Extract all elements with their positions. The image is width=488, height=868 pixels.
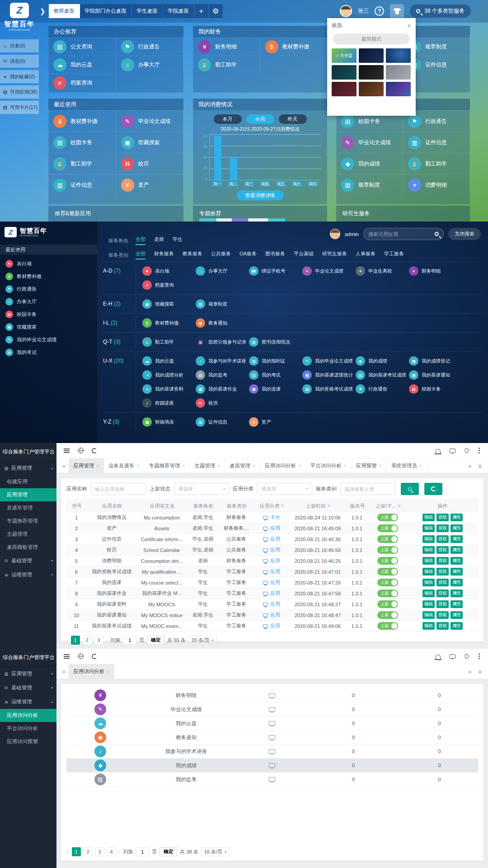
theme-thumbnail[interactable]: ✓ <box>386 82 411 96</box>
action-button[interactable]: 属性 <box>450 557 463 565</box>
app-tile[interactable]: ☎ 绑定手机号 <box>249 266 302 276</box>
theme-thumbnail[interactable]: ✓ <box>386 65 411 80</box>
sidebar-parent-item[interactable]: ◈ 运维管理 <box>0 568 56 582</box>
action-button[interactable]: 编辑 <box>422 579 435 586</box>
filter-option[interactable]: 教务服务 <box>183 250 202 259</box>
app-tile[interactable]: ▤ 我的资格考试成绩 <box>302 384 356 394</box>
theme-thumbnail[interactable]: ✓ <box>332 65 357 80</box>
toolbar-icon[interactable] <box>92 653 97 659</box>
publish-toggle[interactable]: 上架 <box>377 568 398 576</box>
app-tile[interactable]: ▥ 图书借阅情况 <box>249 337 302 347</box>
app-tile[interactable]: ✎ 毕业论文成绩 <box>116 110 184 132</box>
page-number[interactable]: 2 <box>83 636 92 645</box>
filter-option[interactable]: OA服务 <box>239 250 257 259</box>
theme-thumbnail[interactable]: ✓ <box>359 65 384 80</box>
category-select[interactable]: 请选择▾ <box>257 483 312 495</box>
admin-tab[interactable]: 主题管理 × <box>190 458 225 473</box>
app-tile[interactable]: ⌂ 办事大厅 <box>116 56 184 74</box>
page-number[interactable]: 1 <box>71 636 80 645</box>
admin-tab[interactable]: 应用预警 × <box>352 458 387 473</box>
per-page-select[interactable]: 20 条/页▾ <box>188 636 217 645</box>
app-tile[interactable]: ♪ 校园讲座 <box>142 398 196 408</box>
action-button[interactable]: 授权 <box>436 579 449 586</box>
app-tile[interactable]: ¥ 资产 <box>249 417 302 427</box>
admin-tab[interactable]: 应用管理 × <box>69 458 104 473</box>
sidebar-parent-item[interactable]: ◈ 运维管理 <box>0 695 56 709</box>
service-search[interactable]: 38 个多类型服务 <box>410 5 471 18</box>
desktop-settings-button[interactable]: ⚙ <box>209 4 223 18</box>
per-page-select[interactable]: 10 条/页▾ <box>201 847 230 856</box>
publish-toggle[interactable]: 上架 <box>377 579 398 586</box>
recent-app-item[interactable]: ♥ 表白墙 <box>5 260 92 268</box>
app-tile[interactable]: ⌂ 办事大厅 <box>196 266 249 276</box>
app-tile[interactable]: ¥ 财务明细 <box>193 38 260 56</box>
tab-close-icon[interactable]: × <box>137 463 140 468</box>
range-button[interactable]: 本月 <box>214 114 242 124</box>
publish-toggle[interactable]: 上架 <box>377 600 398 608</box>
app-tile[interactable]: ▥ 我的报到证 <box>249 356 302 366</box>
app-tile[interactable]: ≡ 档案查询 <box>142 280 196 290</box>
toolbar-icon[interactable] <box>64 653 70 659</box>
sidebar-parent-item[interactable]: ▦ 应用管理 <box>0 667 56 681</box>
app-tile[interactable]: ▤ 我的慕课考试成绩 <box>356 370 409 380</box>
jump-page-input[interactable] <box>123 636 136 645</box>
desktop-tab[interactable]: 学生桌面 <box>132 4 163 18</box>
action-button[interactable]: 属性 <box>450 622 463 630</box>
user-name[interactable]: 张三 <box>358 7 369 15</box>
filter-option[interactable]: 图书服务 <box>265 250 285 259</box>
action-button[interactable]: 编辑 <box>422 568 435 576</box>
add-desktop-button[interactable]: + <box>194 4 209 18</box>
tabs-dropdown-icon[interactable]: ∨ <box>474 668 485 675</box>
app-tile[interactable]: ≡ 档案查询 <box>48 74 116 92</box>
app-tile[interactable]: ▤ 校园卡务 <box>48 132 116 153</box>
app-tile[interactable]: $ 教材费补缴 <box>142 318 196 328</box>
app-tile[interactable]: ◆ 我的成绩 <box>356 356 409 366</box>
admin-tab[interactable]: 桌面管理 × <box>225 458 260 473</box>
action-button[interactable]: 属性 <box>450 514 463 521</box>
filter-option[interactable]: 研究生服务 <box>322 250 347 259</box>
action-button[interactable]: 编辑 <box>422 535 435 543</box>
app-tile[interactable]: $ 教材费补缴 <box>48 110 116 132</box>
recent-app-item[interactable]: ▣ 馆藏搜索 <box>5 323 92 331</box>
app-name-input[interactable] <box>91 483 146 495</box>
prev-page-icon[interactable]: ‹ <box>66 637 68 643</box>
admin-tab[interactable]: 平台访问分析 × <box>306 458 352 473</box>
sidebar-item[interactable]: ✉ 消息(0) <box>0 55 39 68</box>
recent-app-item[interactable]: ▤ 校园卡务 <box>5 311 92 318</box>
submenu-item[interactable]: 直通车管理 <box>0 501 56 514</box>
chevron-right-icon[interactable]: ❯ <box>40 7 46 15</box>
tabs-scroll-left-icon[interactable]: « <box>59 462 69 469</box>
action-button[interactable]: 编辑 <box>422 514 435 521</box>
app-tile[interactable]: ▥ 证件信息 <box>48 174 116 195</box>
action-button[interactable]: 编辑 <box>422 524 435 532</box>
app-tile[interactable]: ✈ 毕业生离校 <box>356 266 409 276</box>
toolbar-icon[interactable] <box>478 656 481 657</box>
recent-app-item[interactable]: ✎ 我的毕业论文成绩 <box>5 336 92 344</box>
category-link[interactable]: 应用 <box>263 623 280 629</box>
status-select[interactable]: 请选择▾ <box>174 483 229 495</box>
action-button[interactable]: 属性 <box>450 524 463 532</box>
toolbar-icon[interactable] <box>465 448 469 453</box>
category-link[interactable]: 应用 <box>263 536 280 542</box>
tab-close-icon[interactable]: × <box>217 463 220 468</box>
action-button[interactable]: 授权 <box>436 600 449 608</box>
sort-icon[interactable]: ⇅ <box>397 504 401 508</box>
confirm-button[interactable]: 确定 <box>147 636 164 645</box>
tab-close-icon[interactable]: × <box>419 463 422 468</box>
app-tile[interactable]: ¥ 资产 <box>116 174 184 195</box>
tabs-scroll-left-icon[interactable]: « <box>59 668 69 675</box>
action-button[interactable]: 属性 <box>450 590 463 597</box>
action-button[interactable]: 属性 <box>450 579 463 586</box>
action-button[interactable]: 属性 <box>450 546 463 554</box>
recent-app-item[interactable]: ⌂ 办事大厅 <box>5 298 92 306</box>
action-button[interactable]: 属性 <box>450 568 463 576</box>
range-button[interactable]: 本周 <box>246 114 274 124</box>
next-page-icon[interactable]: › <box>106 637 108 643</box>
view-consumption-detail-button[interactable]: 查看消费详情 <box>237 190 284 200</box>
app-tile[interactable]: ▤ 规章制度 <box>196 299 249 309</box>
toolbar-icon[interactable] <box>450 654 455 659</box>
action-button[interactable]: 编辑 <box>422 590 435 597</box>
category-link[interactable]: 卡片 <box>263 514 280 521</box>
toolbar-icon[interactable] <box>436 654 441 659</box>
app-tile[interactable]: ⌛ 勤工助学 <box>48 153 116 174</box>
